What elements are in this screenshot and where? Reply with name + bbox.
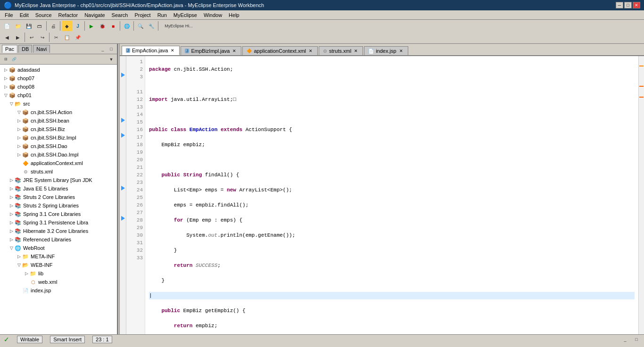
panel-view-menu-button[interactable]: ▼ [107, 56, 115, 63]
tb-open-button[interactable]: 📁 [13, 21, 23, 31]
panel-minimize-button[interactable]: _ [99, 45, 107, 53]
tab-close-empaction[interactable]: ✕ [170, 48, 175, 53]
tab-empbizimpl[interactable]: J EmpBizImpl.java ✕ [181, 46, 241, 55]
tb-browser-button[interactable]: 🌐 [122, 21, 132, 31]
menu-project[interactable]: Project [132, 11, 153, 19]
tree-item-web-xml[interactable]: ▷ ⬡ web.xml [1, 278, 116, 286]
tb-fwd-button[interactable]: ▶ [13, 32, 23, 42]
tb-new-proj-button[interactable]: ◆ [62, 21, 72, 31]
tree-item-spring31core-lib[interactable]: ▷ 📚 Spring 3.1 Core Libraries [1, 210, 116, 218]
panel-maximize-button[interactable]: □ [107, 45, 115, 53]
status-icon: ✓ [4, 336, 9, 343]
tree-item-package-dao[interactable]: ▷ 📦 cn.jbit.SSH.Dao [1, 142, 116, 150]
tree-item-struts2spring-lib[interactable]: ▷ 📚 Struts 2 Spring Libraries [1, 201, 116, 210]
bookmark-28 [121, 216, 125, 221]
expand-arrow-adasdasd: ▷ [3, 67, 8, 72]
tab-appcontext[interactable]: 🔶 applicationContext.xml ✕ [242, 46, 318, 55]
tree-item-struts[interactable]: ▷ ⚙ struts.xml [1, 167, 116, 176]
tree-item-struts2core-lib[interactable]: ▷ 📚 Struts 2 Core Libraries [1, 193, 116, 201]
window-controls[interactable]: ─ □ ✕ [616, 2, 640, 8]
tab-navigator[interactable]: Navi [33, 45, 50, 53]
toolbar-separator-7 [25, 33, 25, 42]
tree-item-web-inf[interactable]: ▽ 📂 WEB-INF [1, 261, 116, 269]
close-button[interactable]: ✕ [633, 2, 640, 8]
tree-item-webroot[interactable]: ▽ 🌐 WebRoot [1, 244, 116, 252]
tree-item-lib-folder[interactable]: ▷ 📁 lib [1, 269, 116, 278]
tree-item-spring31persist-lib[interactable]: ▷ 📚 Spring 3.1 Persistence Libra [1, 218, 116, 227]
tab-close-struts-xml[interactable]: ✕ [353, 48, 359, 54]
tree-item-package-action[interactable]: ▽ 📦 cn.jbit.SSH.Action [1, 108, 116, 116]
menu-search[interactable]: Search [109, 11, 131, 19]
tb-print-button[interactable]: 🖨 [48, 21, 58, 31]
panel-link-button[interactable]: 🔗 [10, 56, 18, 63]
maximize-button[interactable]: □ [624, 2, 632, 8]
tree-item-chp01[interactable]: ▽ 📦 chp01 [1, 91, 116, 99]
expand-arrow-web-xml: ▷ [24, 280, 29, 284]
expand-arrow-package-bean: ▷ [16, 118, 22, 123]
code-line-11 [149, 111, 635, 118]
tb-cut-button[interactable]: ✂ [51, 32, 61, 42]
tab-struts-xml[interactable]: ⚙ struts.xml ✕ [319, 46, 363, 55]
tree-item-jre-lib[interactable]: ▷ 📚 JRE System Library [Sun JDK [1, 176, 116, 184]
tree-item-package-dao-impl[interactable]: ▷ 📦 cn.jbit.SSH.Dao.Impl [1, 150, 116, 159]
toolbar-area: 📄 📁 💾 🗃 🖨 ◆ J ▶ 🐞 ■ 🌐 🔍 🔧 MyEclipse Hi..… [0, 20, 644, 44]
tab-empaction[interactable]: J EmpAction.java ✕ [122, 46, 180, 55]
tb-redo-button[interactable]: ↪ [37, 32, 48, 42]
tree-item-chop07[interactable]: ▷ 📦 chop07 [1, 74, 116, 83]
tb-search-button[interactable]: 🔍 [135, 21, 146, 31]
tree-item-src[interactable]: ▽ 📂 src [1, 99, 116, 108]
code-content[interactable]: package cn.jbit.SSH.Action; import java.… [145, 56, 638, 334]
tree-item-referenced-lib[interactable]: ▷ 📚 Referenced Libraries [1, 235, 116, 244]
tb-myeclipse-hi-button[interactable]: MyEclipse Hi... [160, 21, 198, 31]
expand-arrow-meta-inf: ▷ [16, 254, 22, 259]
tb-save-button[interactable]: 💾 [24, 21, 34, 31]
tree-item-hibernate-lib[interactable]: ▷ 📚 Hibernate 3.2 Core Libraries [1, 227, 116, 235]
tb-paste-button[interactable]: 📌 [73, 32, 83, 42]
tb-copy-button[interactable]: 📋 [62, 32, 72, 42]
tb-undo-button[interactable]: ↩ [26, 32, 37, 42]
gear-icon-struts: ⚙ [22, 168, 29, 175]
tree-item-meta-inf[interactable]: ▷ 📁 META-INF [1, 252, 116, 261]
code-line-20: } [149, 247, 635, 254]
panel-collapse-all-button[interactable]: ⊟ [2, 56, 9, 63]
menu-run[interactable]: Run [155, 11, 170, 19]
tb-debug-button[interactable]: 🐞 [97, 21, 107, 31]
tab-index-jsp[interactable]: 📄 index.jsp ✕ [364, 46, 408, 55]
menu-file[interactable]: File [2, 11, 16, 19]
tab-close-appcontext[interactable]: ✕ [308, 48, 314, 54]
tb-tools-button[interactable]: 🔧 [146, 21, 157, 31]
menu-help[interactable]: Help [226, 11, 242, 19]
menu-navigate[interactable]: Navigate [82, 11, 107, 19]
status-minimize-button[interactable]: _ [621, 336, 629, 343]
tree-item-package-biz[interactable]: ▷ 📦 cn.jbit.SSH.Biz [1, 125, 116, 133]
tab-package-explorer[interactable]: Pac [2, 45, 17, 53]
tree-item-chop08[interactable]: ▷ 📦 chop08 [1, 83, 116, 91]
tb-save-all-button[interactable]: 🗃 [34, 21, 45, 31]
bookmark-3 [121, 73, 125, 77]
expand-arrow-spring31core: ▷ [8, 212, 14, 216]
tb-back-button[interactable]: ◀ [2, 32, 12, 42]
tree-item-index-jsp[interactable]: ▷ 📄 index.jsp [1, 286, 116, 295]
expand-arrow-package-biz-impl: ▷ [16, 135, 22, 140]
menu-edit[interactable]: Edit [17, 11, 32, 19]
tb-stop-button[interactable]: ■ [108, 21, 118, 31]
tree-item-javaee-lib[interactable]: ▷ 📚 Java EE 5 Libraries [1, 184, 116, 193]
tree-item-appcontext[interactable]: ▷ 🔶 applicationContext.xml [1, 159, 116, 167]
tab-close-empbizimpl[interactable]: ✕ [231, 48, 237, 54]
menu-source[interactable]: Source [33, 11, 55, 19]
tree-item-package-biz-impl[interactable]: ▷ 📦 cn.jbit.SSH.Biz.Impl [1, 133, 116, 142]
bookmark-17 [121, 133, 125, 138]
tb-run-button[interactable]: ▶ [86, 21, 97, 31]
status-restore-button[interactable]: □ [633, 336, 640, 343]
tb-new-java-button[interactable]: J [73, 21, 83, 31]
tree-container[interactable]: ▷ 📦 adasdasd ▷ 📦 chop07 ▷ 📦 chop08 ▽ 📦 c… [0, 65, 117, 334]
menu-window[interactable]: Window [201, 11, 225, 19]
tree-item-package-bean[interactable]: ▷ 📦 cn.jbit.SSH.bean [1, 116, 116, 125]
menu-refactor[interactable]: Refactor [56, 11, 81, 19]
tree-item-adasdasd[interactable]: ▷ 📦 adasdasd [1, 66, 116, 74]
tb-new-button[interactable]: 📄 [2, 21, 12, 31]
menu-myeclipse[interactable]: MyEclipse [171, 11, 200, 19]
tab-db[interactable]: DB [18, 45, 32, 53]
tab-close-index-jsp[interactable]: ✕ [398, 48, 404, 54]
minimize-button[interactable]: ─ [616, 2, 623, 8]
